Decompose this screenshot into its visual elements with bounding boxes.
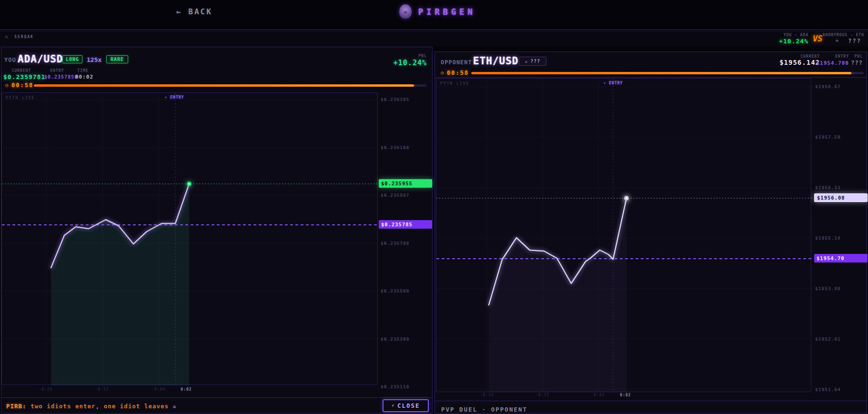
- long-badge: LONG: [62, 55, 82, 63]
- y-axis-label: $1957.50: [815, 134, 841, 140]
- current-price-badge: $0.235955: [379, 179, 432, 188]
- round-timer-fill: [34, 84, 414, 87]
- opponent-pnl-hidden: ???: [848, 38, 861, 44]
- y-axis-label: $0.236305: [381, 97, 409, 102]
- x-tick-current: 0:02: [611, 393, 640, 397]
- you-asset-label: YOU - ADA: [784, 33, 808, 37]
- you-role-label: YOU: [4, 57, 16, 63]
- y-axis-label: $0.235309: [381, 336, 409, 342]
- leverage-label: 125x: [87, 56, 101, 63]
- y-axis-label: $0.235509: [381, 288, 409, 293]
- vs-emblem: VS: [813, 34, 822, 43]
- pirbgen-duel-screen: ← BACK ☠ PIRBGEN ⚔ S5RQAK YOU - ADA +10.…: [0, 0, 868, 414]
- opp-entry-value: $1954.700: [816, 60, 849, 66]
- pvp-footer-label: PVP DUEL · OPPONENT: [441, 406, 527, 413]
- mystery-skull-icon: ☠: [525, 59, 528, 64]
- opp-entry-label: ENTRY: [835, 54, 849, 59]
- mystery-value: ???: [530, 59, 540, 64]
- x-tick: -0:13: [528, 393, 557, 397]
- entry-label: ENTRY: [43, 69, 71, 73]
- pnl-value: +10.24%: [394, 59, 427, 67]
- feed-label: PYTH LIVE: [6, 96, 35, 100]
- opp-current-label: CURRENT: [800, 54, 820, 59]
- opp-current-price-badge: $1956.08: [814, 193, 868, 202]
- you-pair-label: ADA/USD: [18, 53, 63, 65]
- round-timer-bar: [34, 84, 426, 87]
- quote-text: two idiots enter, one idiot leaves: [27, 403, 173, 410]
- y-axis-label: $0.235110: [381, 384, 409, 389]
- x-tick-current: 0:02: [172, 387, 201, 392]
- time-label: TIME: [73, 69, 93, 73]
- y-axis-label: $1952.81: [815, 336, 841, 342]
- opponent-panel: OPPONENT ETH/USD ☠ ??? CURRENT ENTRY PNL…: [434, 51, 867, 414]
- quote-prefix: PIRB:: [6, 403, 27, 410]
- y-axis-label: $1956.33: [815, 185, 841, 190]
- opponent-role-label: OPPONENT: [441, 59, 472, 66]
- x-tick: -0:28: [31, 387, 60, 392]
- you-panel: YOU ADA/USD LONG 125x RARE PNL +10.24% C…: [1, 47, 433, 414]
- rare-badge: RARE: [106, 55, 128, 63]
- opponent-pair-label: ETH/USD: [473, 55, 519, 67]
- y-axis-label: $0.235708: [381, 241, 409, 246]
- footer-divider: [1, 397, 432, 398]
- header-divider: [0, 30, 868, 30]
- close-position-button[interactable]: ⚡ CLOSE: [383, 399, 429, 412]
- round-timer: 00:58: [11, 82, 33, 89]
- entry-marker-label: ▾ ENTRY: [158, 95, 191, 100]
- x-tick: -0:04: [144, 387, 173, 392]
- opp-round-timer-bar: [471, 72, 864, 74]
- time-value: 00:02: [75, 74, 93, 80]
- current-price-value: $0.2359781: [3, 73, 45, 81]
- clock-icon: ◷: [5, 82, 8, 88]
- opponent-price-chart: [436, 79, 812, 393]
- opp-current-value: $1956.142: [779, 59, 820, 66]
- lightning-icon: ⚡: [391, 403, 394, 409]
- feed-label: PYTH LIVE: [440, 81, 469, 86]
- y-axis-label: $1951.64: [815, 387, 841, 392]
- y-axis-label: $1958.67: [815, 84, 841, 89]
- opponent-chart-area: PYTH LIVE ▾ ENTRY: [436, 78, 811, 392]
- entry-marker-label: ▾ ENTRY: [596, 81, 630, 85]
- flavor-quote: PIRB: two idiots enter, one idiot leaves…: [6, 403, 177, 410]
- you-chart-area: PYTH LIVE ▾ ENTRY: [1, 92, 378, 385]
- current-label: CURRENT: [3, 69, 40, 73]
- entry-price-badge: $0.235785: [379, 220, 432, 229]
- y-axis-label: $0.236106: [381, 145, 409, 150]
- mystery-badge: ☠ ???: [519, 57, 546, 66]
- opponent-asset-label: ANONYMOUS - ETH: [823, 33, 864, 37]
- pnl-label: PNL: [419, 54, 427, 58]
- you-pnl-value: +10.24%: [779, 38, 808, 45]
- close-button-label: CLOSE: [397, 402, 420, 409]
- back-button[interactable]: ← BACK: [176, 7, 212, 16]
- clock-icon: ◷: [441, 70, 444, 75]
- opp-header-divider: [435, 77, 867, 78]
- opponent-skull-icon: ☠: [835, 37, 838, 43]
- opp-entry-price-badge: $1954.70: [814, 254, 868, 263]
- x-tick: -0:04: [584, 393, 612, 397]
- match-bar: [0, 31, 868, 46]
- match-id: S5RQAK: [14, 35, 34, 39]
- y-axis-label: $0.235907: [381, 192, 409, 198]
- opp-round-timer-fill: [471, 72, 851, 74]
- opp-pnl-label: PNL: [855, 54, 863, 59]
- footer-divider: [435, 401, 867, 401]
- crossed-swords-icon: ⚔: [5, 33, 8, 40]
- entry-price-value: $0.2357850: [44, 74, 78, 80]
- brand-title: PIRBGEN: [418, 7, 476, 17]
- skull-logo-icon: ☠: [399, 4, 412, 19]
- you-price-chart: [2, 93, 378, 385]
- quote-skull-icon: ☠: [173, 403, 177, 410]
- x-tick: -0:13: [88, 387, 116, 392]
- opp-pnl-value: ???: [851, 60, 863, 66]
- x-tick: -0:28: [473, 393, 501, 397]
- y-axis-label: $1953.98: [815, 286, 841, 291]
- opp-round-timer: 00:58: [447, 70, 469, 76]
- y-axis-label: $1955.16: [815, 235, 841, 241]
